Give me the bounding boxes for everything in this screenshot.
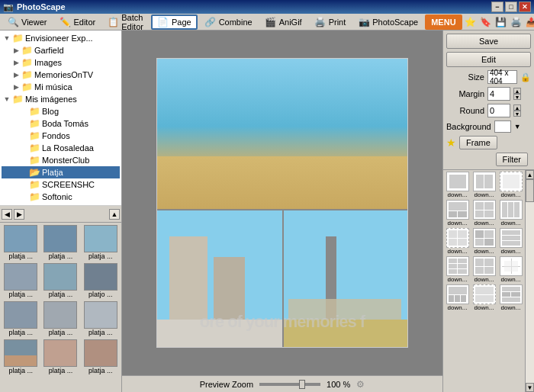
- thumbnail-item[interactable]: platjo ...: [82, 262, 120, 299]
- menu-editor-label: Editor: [73, 18, 95, 27]
- tree-item-envisioneer[interactable]: ▼ 📁 Envisioneer Exp...: [2, 32, 120, 44]
- thumbnail-item[interactable]: platja ...: [82, 339, 120, 375]
- scroll-down[interactable]: ▼: [526, 383, 534, 392]
- layout-item[interactable]: down...: [445, 256, 470, 283]
- scroll-up[interactable]: ▲: [526, 170, 534, 179]
- thumbnail-item[interactable]: platja ...: [82, 224, 120, 261]
- combine-icon: 🔗: [204, 16, 217, 28]
- tree-item-musica[interactable]: ▶ 📁 Mi música: [2, 81, 120, 93]
- thumbnail-label: platja ...: [43, 329, 77, 336]
- save-toolbar-icon[interactable]: 💾: [494, 15, 508, 29]
- tree-label: SCREENSHC: [42, 180, 95, 189]
- edit-button[interactable]: Edit: [446, 52, 531, 67]
- bookmark-toolbar-icon[interactable]: 🔖: [479, 15, 493, 29]
- layout-preview: [500, 284, 523, 304]
- layout-item[interactable]: down...: [498, 200, 523, 227]
- maximize-button[interactable]: □: [505, 2, 517, 12]
- layout-item[interactable]: down...: [498, 228, 523, 255]
- menu-print[interactable]: 🖨️ Print: [309, 14, 352, 30]
- right-scrollbar[interactable]: ▲ ▼: [525, 170, 534, 392]
- tree-item-monsterclub[interactable]: ▶ 📁 MonsterClub: [2, 154, 120, 166]
- minimize-button[interactable]: −: [491, 2, 503, 12]
- layout-label: down...: [472, 220, 497, 227]
- menu-batch[interactable]: 📋 Batch Editor: [102, 14, 150, 30]
- tree-item-fondos[interactable]: ▶ 📁 Fondos: [2, 130, 120, 142]
- menu-viewer[interactable]: 🔍 Viewer: [2, 14, 52, 30]
- menu-anigif-label: AniGif: [279, 18, 302, 27]
- layout-item[interactable]: down...: [471, 200, 497, 227]
- star-toolbar-icon[interactable]: ⭐: [464, 15, 478, 29]
- star-icon[interactable]: ★: [446, 137, 456, 149]
- lock-icon[interactable]: 🔒: [520, 72, 531, 82]
- layout-item[interactable]: down...: [498, 284, 523, 311]
- thumbnail-item[interactable]: platja ...: [2, 262, 40, 299]
- layout-item[interactable]: down...: [445, 172, 470, 198]
- tree-item-garfield[interactable]: ▶ 📁 Garfield: [2, 44, 120, 56]
- layout-item[interactable]: down...: [445, 200, 470, 227]
- layout-item[interactable]: down...: [471, 228, 497, 255]
- menu-button[interactable]: MENU: [425, 14, 462, 30]
- layout-item[interactable]: down...: [471, 256, 497, 283]
- thumbnail-panel: platja ... platja ... platja ... platja …: [0, 223, 121, 392]
- dropdown-icon[interactable]: ▼: [514, 123, 521, 130]
- margin-up[interactable]: ▲: [513, 88, 521, 94]
- thumbnail-item[interactable]: platja ...: [2, 300, 40, 337]
- tree-item-misimag[interactable]: ▼ 📁 Mis imágenes: [2, 93, 120, 105]
- thumbnail-item[interactable]: platja ...: [41, 262, 79, 299]
- menu-editor[interactable]: ✏️ Editor: [53, 14, 101, 30]
- zoom-value: 100 %: [327, 380, 350, 389]
- filter-button[interactable]: Filter: [496, 153, 528, 166]
- menu-combine-label: Combine: [219, 18, 253, 27]
- nav-left-button[interactable]: ◀: [2, 209, 12, 220]
- layout-item[interactable]: down...: [498, 256, 523, 283]
- layout-preview: [500, 172, 523, 191]
- thumbnail-item[interactable]: platja ...: [41, 300, 79, 337]
- round-input[interactable]: 0: [487, 104, 510, 117]
- thumbnail-item[interactable]: platja ...: [41, 224, 79, 261]
- save-button[interactable]: Save: [446, 34, 531, 49]
- right-controls: Save Edit Size 404 x 404 🔒 Margin 4 ▲ ▼ …: [443, 31, 534, 170]
- menu-page[interactable]: 📄 Page: [151, 14, 198, 30]
- thumbnail-image: [84, 225, 117, 252]
- layout-item[interactable]: down...: [471, 284, 497, 311]
- upload-toolbar-icon[interactable]: 📤: [525, 15, 534, 29]
- menu-viewer-label: Viewer: [21, 18, 47, 27]
- tree-item-memoriesontv[interactable]: ▶ 📁 MemoriesOnTV: [2, 69, 120, 81]
- thumbnail-item[interactable]: platja ...: [82, 300, 120, 337]
- nav-right-button[interactable]: ▶: [14, 209, 24, 220]
- menu-combine[interactable]: 🔗 Combine: [199, 14, 258, 30]
- tree-item-blog[interactable]: ▶ 📁 Blog: [2, 105, 120, 117]
- margin-down[interactable]: ▼: [513, 94, 521, 100]
- layout-item[interactable]: down...: [471, 172, 497, 198]
- thumbnail-image: [4, 263, 37, 291]
- menu-photoscape[interactable]: 📷 PhotoScape: [352, 14, 423, 30]
- thumbnail-item[interactable]: platja ...: [41, 339, 79, 375]
- menu-bar: 🔍 Viewer ✏️ Editor 📋 Batch Editor 📄 Page…: [0, 14, 534, 31]
- print-toolbar-icon[interactable]: 🖨️: [510, 15, 523, 29]
- round-up[interactable]: ▲: [513, 104, 521, 111]
- layout-item[interactable]: down...: [445, 284, 470, 311]
- tree-item-screenshc[interactable]: ▶ 📁 SCREENSHC: [2, 178, 120, 191]
- tree-item-images[interactable]: ▶ 📁 Images: [2, 56, 120, 69]
- tree-item-boda[interactable]: ▶ 📁 Boda Tomás: [2, 117, 120, 130]
- scroll-thumb[interactable]: [526, 179, 534, 202]
- thumbnail-image: [43, 225, 77, 252]
- tree-label: Fondos: [42, 131, 70, 140]
- tree-item-softonic[interactable]: ▶ 📁 Softonic: [2, 191, 120, 203]
- tree-item-rosaledaa[interactable]: ▶ 📁 La Rosaledaa: [2, 142, 120, 154]
- close-button[interactable]: ✕: [519, 2, 531, 12]
- tree-item-platja[interactable]: ▶ 📂 Platja: [2, 166, 120, 178]
- zoom-slider[interactable]: [259, 383, 320, 386]
- folder-open-icon: 📂: [29, 167, 40, 178]
- round-down[interactable]: ▼: [513, 111, 521, 117]
- thumbnail-item[interactable]: platja ...: [2, 339, 40, 375]
- layout-item[interactable]: down...: [498, 172, 523, 198]
- menu-anigif[interactable]: 🎬 AniGif: [259, 14, 307, 30]
- frame-button[interactable]: Frame: [459, 136, 497, 149]
- background-color-picker[interactable]: [494, 120, 511, 133]
- margin-input[interactable]: 4: [487, 87, 510, 101]
- thumbnail-item[interactable]: platja ...: [2, 224, 40, 261]
- layout-label: down...: [446, 191, 470, 198]
- nav-up-button[interactable]: ▲: [109, 209, 120, 220]
- layout-item[interactable]: down...: [445, 228, 470, 255]
